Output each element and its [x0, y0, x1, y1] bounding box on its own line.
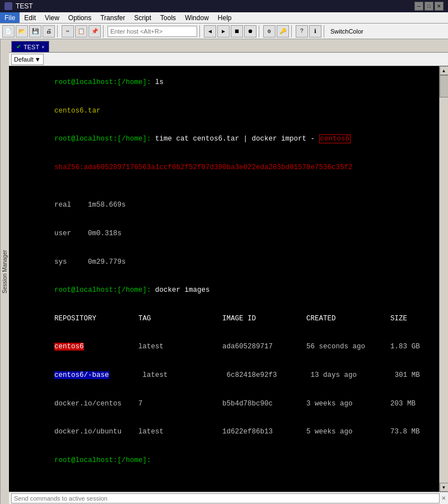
cmd-bar: ✕ [9, 492, 448, 504]
table-row: docker.io/ubuntu latest 1d622ef86b13 5 w… [12, 418, 436, 446]
toolbar-print[interactable]: 🖨 [43, 25, 55, 38]
menu-tools[interactable]: Tools [156, 12, 180, 23]
table-row: centos6/-base latest 6c82418e92f3 13 day… [12, 361, 436, 390]
terminal-line: root@localhost:[/home]: ls [12, 68, 436, 97]
terminal-header-row: REPOSITORY TAG IMAGE ID CREATED SIZE [12, 305, 436, 333]
menu-script[interactable]: Script [129, 12, 156, 23]
titlebar: TEST ─ □ ✕ [0, 0, 448, 12]
tab-label: TEST [24, 44, 39, 50]
host-input[interactable] [108, 26, 197, 37]
toolbar-sep2 [103, 25, 105, 38]
cmd-input[interactable] [11, 493, 440, 503]
scroll-track[interactable] [440, 75, 449, 483]
toolbar-sep6 [324, 25, 326, 38]
main-content: ✔ TEST × Default ▼ root@localhost:[/home… [9, 39, 448, 504]
toolbar-save[interactable]: 💾 [29, 25, 41, 38]
minimize-button[interactable]: ─ [414, 2, 423, 11]
profile-dropdown[interactable]: Default ▼ [11, 54, 44, 65]
toolbar-settings[interactable]: ⚙ [263, 25, 276, 38]
terminal-line [12, 182, 436, 192]
titlebar-controls: ─ □ ✕ [414, 2, 444, 11]
scrollbar[interactable]: ▲ ▼ [439, 66, 448, 492]
menubar: File Edit View Options Transfer Script T… [0, 12, 448, 24]
terminal[interactable]: root@localhost:[/home]: ls centos6.tar r… [9, 66, 439, 492]
toolbar-sep5 [291, 25, 293, 38]
table-row: centos6 latest ada605289717 56 seconds a… [12, 333, 436, 362]
toolbar-help[interactable]: ? [296, 25, 308, 38]
toolbar-open[interactable]: 📂 [16, 25, 28, 38]
maximize-button[interactable]: □ [424, 2, 433, 11]
cmd-close-button[interactable]: ✕ [442, 494, 446, 502]
toolbar: 📄 📂 💾 🖨 ✂ 📋 📌 ◀ ▶ ⏹ ⏺ ⚙ 🔑 ? ℹ SwitchColo… [0, 24, 448, 39]
titlebar-title: TEST [16, 2, 33, 10]
terminal-line: sys 0m29.779s [12, 248, 436, 277]
toolbar-copy[interactable]: 📋 [75, 25, 87, 38]
menu-window[interactable]: Window [180, 12, 213, 23]
tab-bar: ✔ TEST × [9, 39, 448, 53]
menu-edit[interactable]: Edit [20, 12, 40, 23]
menu-view[interactable]: View [40, 12, 64, 23]
toolbar-cut[interactable]: ✂ [62, 25, 74, 38]
switchcolor-label[interactable]: SwitchColor [328, 28, 366, 35]
terminal-line: sha256:ada6052897176563a1ccf0b2f52f07d39… [12, 153, 436, 182]
terminal-line: root@localhost:[/home]: [12, 446, 436, 475]
toolbar-btn1[interactable]: ◀ [204, 25, 216, 38]
app-icon [4, 2, 12, 10]
scroll-up-button[interactable]: ▲ [440, 66, 449, 75]
toolbar-btn2[interactable]: ▶ [217, 25, 230, 38]
quickconnect-bar: Default ▼ [9, 53, 448, 66]
terminal-line: root@localhost:[/home]: docker images [12, 276, 436, 305]
session-manager-label[interactable]: Session Manager [0, 39, 9, 504]
menu-help[interactable]: Help [213, 12, 236, 23]
toolbar-sep4 [259, 25, 261, 38]
toolbar-paste[interactable]: 📌 [88, 25, 101, 38]
toolbar-sep3 [199, 25, 202, 38]
close-button[interactable]: ✕ [435, 2, 444, 11]
terminal-line: centos6.tar [12, 97, 436, 125]
terminal-line: user 0m0.318s [12, 220, 436, 248]
tab-test[interactable]: ✔ TEST × [11, 41, 49, 52]
titlebar-left: TEST [4, 2, 33, 10]
toolbar-key[interactable]: 🔑 [277, 25, 289, 38]
table-row: docker.io/centos 7 b5b4d78bc90c 3 weeks … [12, 390, 436, 418]
toolbar-new[interactable]: 📄 [2, 25, 15, 38]
tab-close-button[interactable]: × [41, 44, 44, 50]
menu-transfer[interactable]: Transfer [96, 12, 129, 23]
scroll-thumb[interactable] [440, 75, 449, 97]
toolbar-btn4[interactable]: ⏺ [244, 25, 256, 38]
menu-file[interactable]: File [0, 12, 20, 23]
toolbar-info[interactable]: ℹ [309, 25, 321, 38]
toolbar-sep1 [57, 25, 59, 38]
toolbar-btn3[interactable]: ⏹ [231, 25, 243, 38]
scroll-down-button[interactable]: ▼ [440, 483, 449, 492]
terminal-line: real 1m58.669s [12, 191, 436, 220]
terminal-line: root@localhost:[/home]: time cat centos6… [12, 125, 436, 153]
menu-options[interactable]: Options [64, 12, 96, 23]
